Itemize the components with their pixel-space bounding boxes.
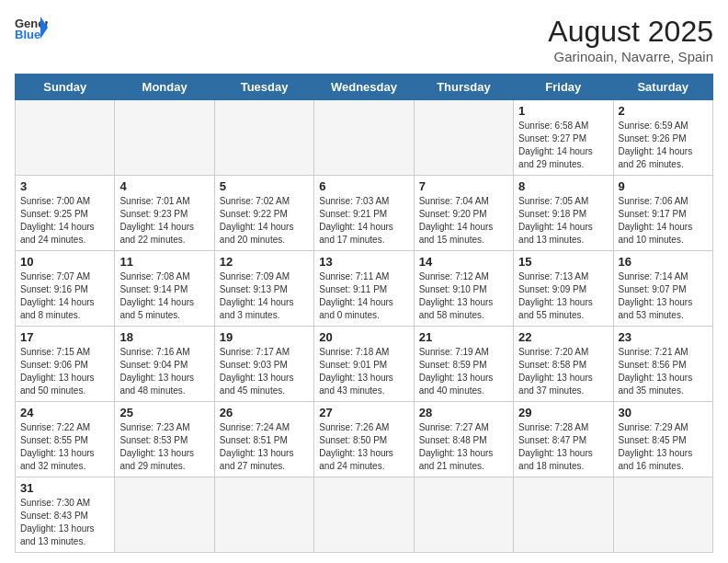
day-number: 28 <box>419 406 508 419</box>
day-info: Sunrise: 7:19 AM Sunset: 8:59 PM Dayligh… <box>419 346 508 397</box>
day-info: Sunrise: 6:58 AM Sunset: 9:27 PM Dayligh… <box>518 120 608 171</box>
day-number: 6 <box>319 179 408 193</box>
day-of-week-header: Wednesday <box>314 75 414 100</box>
day-info: Sunrise: 7:00 AM Sunset: 9:25 PM Dayligh… <box>20 195 109 247</box>
calendar-header-row: SundayMondayTuesdayWednesdayThursdayFrid… <box>16 75 713 100</box>
calendar-day-cell: 3Sunrise: 7:00 AM Sunset: 9:25 PM Daylig… <box>16 176 115 251</box>
calendar-day-cell <box>314 100 414 176</box>
day-info: Sunrise: 7:14 AM Sunset: 9:07 PM Dayligh… <box>619 270 708 322</box>
day-info: Sunrise: 7:20 AM Sunset: 8:58 PM Dayligh… <box>518 346 608 397</box>
calendar-week-row: 3Sunrise: 7:00 AM Sunset: 9:25 PM Daylig… <box>16 176 713 251</box>
day-number: 19 <box>220 330 309 344</box>
day-info: Sunrise: 7:21 AM Sunset: 8:56 PM Dayligh… <box>619 346 708 397</box>
day-number: 14 <box>419 255 508 269</box>
calendar-day-cell: 22Sunrise: 7:20 AM Sunset: 8:58 PM Dayli… <box>514 327 613 402</box>
calendar-day-cell <box>115 100 214 176</box>
calendar-day-cell: 16Sunrise: 7:14 AM Sunset: 9:07 PM Dayli… <box>613 251 712 327</box>
day-number: 9 <box>619 179 708 193</box>
calendar-week-row: 17Sunrise: 7:15 AM Sunset: 9:06 PM Dayli… <box>16 327 713 402</box>
calendar-title: August 2025 <box>548 15 713 49</box>
calendar-day-cell: 14Sunrise: 7:12 AM Sunset: 9:10 PM Dayli… <box>414 251 513 327</box>
calendar-day-cell <box>314 477 414 553</box>
day-info: Sunrise: 7:05 AM Sunset: 9:18 PM Dayligh… <box>518 195 608 247</box>
calendar-week-row: 24Sunrise: 7:22 AM Sunset: 8:55 PM Dayli… <box>16 402 713 477</box>
day-info: Sunrise: 7:08 AM Sunset: 9:14 PM Dayligh… <box>119 270 209 322</box>
calendar-table: SundayMondayTuesdayWednesdayThursdayFrid… <box>15 74 713 553</box>
day-number: 18 <box>119 330 209 344</box>
calendar-week-row: 10Sunrise: 7:07 AM Sunset: 9:16 PM Dayli… <box>16 251 713 327</box>
calendar-day-cell: 19Sunrise: 7:17 AM Sunset: 9:03 PM Dayli… <box>214 327 313 402</box>
calendar-day-cell <box>414 477 513 553</box>
calendar-day-cell: 20Sunrise: 7:18 AM Sunset: 9:01 PM Dayli… <box>314 327 414 402</box>
title-block: August 2025 Garinoain, Navarre, Spain <box>548 15 713 64</box>
calendar-day-cell <box>514 477 613 553</box>
day-number: 24 <box>20 406 109 419</box>
day-of-week-header: Saturday <box>613 75 712 100</box>
calendar-subtitle: Garinoain, Navarre, Spain <box>548 49 713 64</box>
day-info: Sunrise: 7:06 AM Sunset: 9:17 PM Dayligh… <box>619 195 708 247</box>
day-number: 30 <box>619 406 708 419</box>
day-info: Sunrise: 6:59 AM Sunset: 9:26 PM Dayligh… <box>619 120 708 171</box>
day-number: 29 <box>518 406 608 419</box>
day-number: 2 <box>619 104 708 118</box>
day-info: Sunrise: 7:27 AM Sunset: 8:48 PM Dayligh… <box>419 421 508 473</box>
calendar-day-cell <box>214 100 313 176</box>
day-number: 16 <box>619 255 708 269</box>
calendar-day-cell: 29Sunrise: 7:28 AM Sunset: 8:47 PM Dayli… <box>514 402 613 477</box>
day-number: 4 <box>119 179 209 193</box>
day-info: Sunrise: 7:09 AM Sunset: 9:13 PM Dayligh… <box>220 270 309 322</box>
day-number: 26 <box>220 406 309 419</box>
day-info: Sunrise: 7:07 AM Sunset: 9:16 PM Dayligh… <box>20 270 109 322</box>
calendar-day-cell: 10Sunrise: 7:07 AM Sunset: 9:16 PM Dayli… <box>16 251 115 327</box>
day-number: 31 <box>20 481 109 495</box>
day-info: Sunrise: 7:22 AM Sunset: 8:55 PM Dayligh… <box>20 421 109 473</box>
day-number: 5 <box>220 179 309 193</box>
day-number: 8 <box>518 179 608 193</box>
day-info: Sunrise: 7:11 AM Sunset: 9:11 PM Dayligh… <box>319 270 408 322</box>
day-info: Sunrise: 7:26 AM Sunset: 8:50 PM Dayligh… <box>319 421 408 473</box>
day-number: 10 <box>20 255 109 269</box>
day-of-week-header: Monday <box>115 75 214 100</box>
calendar-day-cell: 15Sunrise: 7:13 AM Sunset: 9:09 PM Dayli… <box>514 251 613 327</box>
day-of-week-header: Friday <box>514 75 613 100</box>
calendar-day-cell: 6Sunrise: 7:03 AM Sunset: 9:21 PM Daylig… <box>314 176 414 251</box>
calendar-day-cell <box>115 477 214 553</box>
day-info: Sunrise: 7:15 AM Sunset: 9:06 PM Dayligh… <box>20 346 109 397</box>
calendar-day-cell: 1Sunrise: 6:58 AM Sunset: 9:27 PM Daylig… <box>514 100 613 176</box>
logo-icon: General Blue <box>15 15 48 40</box>
day-info: Sunrise: 7:23 AM Sunset: 8:53 PM Dayligh… <box>119 421 209 473</box>
day-info: Sunrise: 7:30 AM Sunset: 8:43 PM Dayligh… <box>20 497 109 548</box>
day-info: Sunrise: 7:02 AM Sunset: 9:22 PM Dayligh… <box>220 195 309 247</box>
day-of-week-header: Thursday <box>414 75 513 100</box>
calendar-day-cell: 27Sunrise: 7:26 AM Sunset: 8:50 PM Dayli… <box>314 402 414 477</box>
day-number: 7 <box>419 179 508 193</box>
calendar-day-cell: 8Sunrise: 7:05 AM Sunset: 9:18 PM Daylig… <box>514 176 613 251</box>
calendar-day-cell: 18Sunrise: 7:16 AM Sunset: 9:04 PM Dayli… <box>115 327 214 402</box>
day-number: 11 <box>119 255 209 269</box>
calendar-day-cell: 9Sunrise: 7:06 AM Sunset: 9:17 PM Daylig… <box>613 176 712 251</box>
calendar-week-row: 31Sunrise: 7:30 AM Sunset: 8:43 PM Dayli… <box>16 477 713 553</box>
calendar-day-cell: 26Sunrise: 7:24 AM Sunset: 8:51 PM Dayli… <box>214 402 313 477</box>
day-number: 22 <box>518 330 608 344</box>
calendar-day-cell: 24Sunrise: 7:22 AM Sunset: 8:55 PM Dayli… <box>16 402 115 477</box>
calendar-day-cell: 4Sunrise: 7:01 AM Sunset: 9:23 PM Daylig… <box>115 176 214 251</box>
calendar-day-cell <box>613 477 712 553</box>
calendar-day-cell: 7Sunrise: 7:04 AM Sunset: 9:20 PM Daylig… <box>414 176 513 251</box>
day-info: Sunrise: 7:03 AM Sunset: 9:21 PM Dayligh… <box>319 195 408 247</box>
day-info: Sunrise: 7:12 AM Sunset: 9:10 PM Dayligh… <box>419 270 508 322</box>
calendar-day-cell: 11Sunrise: 7:08 AM Sunset: 9:14 PM Dayli… <box>115 251 214 327</box>
calendar-day-cell: 5Sunrise: 7:02 AM Sunset: 9:22 PM Daylig… <box>214 176 313 251</box>
calendar-day-cell: 31Sunrise: 7:30 AM Sunset: 8:43 PM Dayli… <box>16 477 115 553</box>
day-info: Sunrise: 7:24 AM Sunset: 8:51 PM Dayligh… <box>220 421 309 473</box>
day-number: 1 <box>518 104 608 118</box>
calendar-week-row: 1Sunrise: 6:58 AM Sunset: 9:27 PM Daylig… <box>16 100 713 176</box>
calendar-day-cell: 30Sunrise: 7:29 AM Sunset: 8:45 PM Dayli… <box>613 402 712 477</box>
calendar-day-cell <box>16 100 115 176</box>
day-info: Sunrise: 7:04 AM Sunset: 9:20 PM Dayligh… <box>419 195 508 247</box>
page-header: General Blue August 2025 Garinoain, Nava… <box>15 15 713 64</box>
day-number: 25 <box>119 406 209 419</box>
day-number: 27 <box>319 406 408 419</box>
calendar-day-cell: 23Sunrise: 7:21 AM Sunset: 8:56 PM Dayli… <box>613 327 712 402</box>
day-number: 17 <box>20 330 109 344</box>
day-info: Sunrise: 7:01 AM Sunset: 9:23 PM Dayligh… <box>119 195 209 247</box>
